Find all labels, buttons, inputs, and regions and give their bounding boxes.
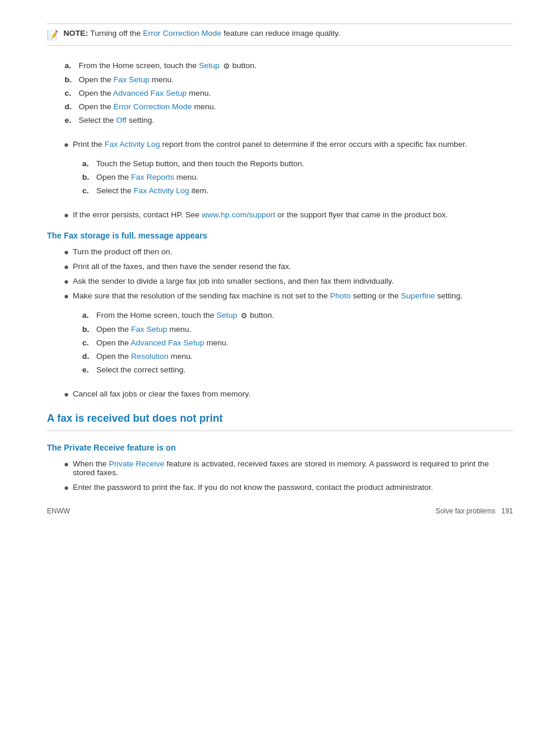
step-a: a. From the Home screen, touch the Setup… <box>65 61 257 70</box>
note-icon: 📝 <box>47 29 59 41</box>
list-item-sub2: a. From the Home screen, touch the Setup… <box>65 306 513 384</box>
step-e3: e. Select the correct setting. <box>82 365 274 374</box>
error-correction-mode-link-1[interactable]: Error Correction Mode <box>143 29 222 38</box>
bullet-dot-6 <box>65 295 68 298</box>
steps-list-1: a. From the Home screen, touch the Setup… <box>65 56 513 134</box>
section4-list: When the Private Receive feature is acti… <box>65 459 513 492</box>
outer-list-2: If the error persists, contact HP. See w… <box>65 210 513 219</box>
step-a3: a. From the Home screen, touch the Setup… <box>82 311 274 320</box>
step-b: b. Open the Fax Setup menu. <box>65 75 257 84</box>
bullet-dot <box>65 143 68 147</box>
bullet-dot-2 <box>65 214 68 217</box>
setup-link-1[interactable]: Setup <box>199 61 220 70</box>
fax-activity-log-link-1[interactable]: Fax Activity Log <box>104 140 160 149</box>
list-item: a. From the Home screen, touch the Setup… <box>65 56 513 134</box>
bullet-print-faxes: Print all of the faxes, and then have th… <box>65 262 513 271</box>
outer-list-1: Print the Fax Activity Log report from t… <box>65 140 513 149</box>
inner-steps-c: a. From the Home screen, touch the Setup… <box>82 311 274 379</box>
fax-activity-log-link-2[interactable]: Fax Activity Log <box>134 186 190 195</box>
step-d3: d. Open the Resolution menu. <box>82 352 274 361</box>
fax-reports-link[interactable]: Fax Reports <box>131 173 174 182</box>
footer-right: Solve fax problems 191 <box>436 507 513 515</box>
bullet-turn-off: Turn the product off then on. <box>65 247 513 256</box>
private-receive-link[interactable]: Private Receive <box>109 459 165 468</box>
note-box: 📝 NOTE: Turning off the Error Correction… <box>47 23 513 46</box>
bullet-dot-4 <box>65 266 68 269</box>
fax-setup-link-1[interactable]: Fax Setup <box>113 75 150 84</box>
step-b2: b. Open the Fax Reports menu. <box>82 173 304 182</box>
outer-list-3: Cancel all fax jobs or clear the faxes f… <box>65 389 513 398</box>
bullet-dot-9 <box>65 486 68 490</box>
private-receive-bullet-1: When the Private Receive feature is acti… <box>65 459 513 477</box>
step-b3: b. Open the Fax Setup menu. <box>82 325 274 334</box>
fax-activity-bullet: Print the Fax Activity Log report from t… <box>65 140 513 149</box>
footer-left: ENWW <box>47 507 70 515</box>
step-e: e. Select the Off setting. <box>65 116 257 125</box>
bullet-resolution: Make sure that the resolution of the sen… <box>65 291 513 300</box>
bullet-divide-fax: Ask the sender to divide a large fax job… <box>65 277 513 285</box>
section2-heading: The Fax storage is full. message appears <box>47 231 513 240</box>
hp-support-link[interactable]: www.hp.com/support <box>202 210 275 219</box>
inner-steps-b: a. Touch the Setup button, and then touc… <box>82 159 304 200</box>
page-footer: ENWW Solve fax problems 191 <box>47 507 513 515</box>
cancel-fax-bullet: Cancel all fax jobs or clear the faxes f… <box>65 389 513 398</box>
error-persists-bullet: If the error persists, contact HP. See w… <box>65 210 513 219</box>
fax-setup-link-2[interactable]: Fax Setup <box>131 325 167 334</box>
superfine-link[interactable]: Superfine <box>401 291 435 300</box>
step-d: d. Open the Error Correction Mode menu. <box>65 102 257 111</box>
error-correction-mode-link-2[interactable]: Error Correction Mode <box>113 102 192 111</box>
step-c3: c. Open the Advanced Fax Setup menu. <box>82 338 274 347</box>
bullet-dot-8 <box>65 463 68 466</box>
section4-heading: The Private Receive feature is on <box>47 443 513 452</box>
fax-log-steps: a. Touch the Setup button, and then touc… <box>65 154 513 204</box>
setup-link-2[interactable]: Setup <box>217 311 237 320</box>
inner-steps-a: a. From the Home screen, touch the Setup… <box>65 61 257 129</box>
advanced-fax-setup-link-2[interactable]: Advanced Fax Setup <box>131 338 204 347</box>
photo-link[interactable]: Photo <box>330 291 350 300</box>
off-link[interactable]: Off <box>116 116 127 125</box>
section2-substeps: a. From the Home screen, touch the Setup… <box>65 306 513 384</box>
step-c: c. Open the Advanced Fax Setup menu. <box>65 89 257 98</box>
bullet-dot-3 <box>65 251 68 254</box>
step-c2: c. Select the Fax Activity Log item. <box>82 186 304 195</box>
step-a2: a. Touch the Setup button, and then touc… <box>82 159 304 168</box>
note-text: NOTE: Turning off the Error Correction M… <box>63 29 340 38</box>
bullet-dot-7 <box>65 393 68 396</box>
list-item: a. Touch the Setup button, and then touc… <box>65 154 513 204</box>
section2-list: Turn the product off then on. Print all … <box>65 247 513 300</box>
private-receive-bullet-2: Enter the password to print the fax. If … <box>65 483 513 492</box>
gear-icon-1: ⚙ <box>223 62 230 70</box>
advanced-fax-setup-link-1[interactable]: Advanced Fax Setup <box>113 89 187 98</box>
gear-icon-2: ⚙ <box>241 311 248 320</box>
resolution-link[interactable]: Resolution <box>131 352 168 361</box>
bullet-dot-5 <box>65 280 68 284</box>
section3-heading: A fax is received but does not print <box>47 412 513 425</box>
